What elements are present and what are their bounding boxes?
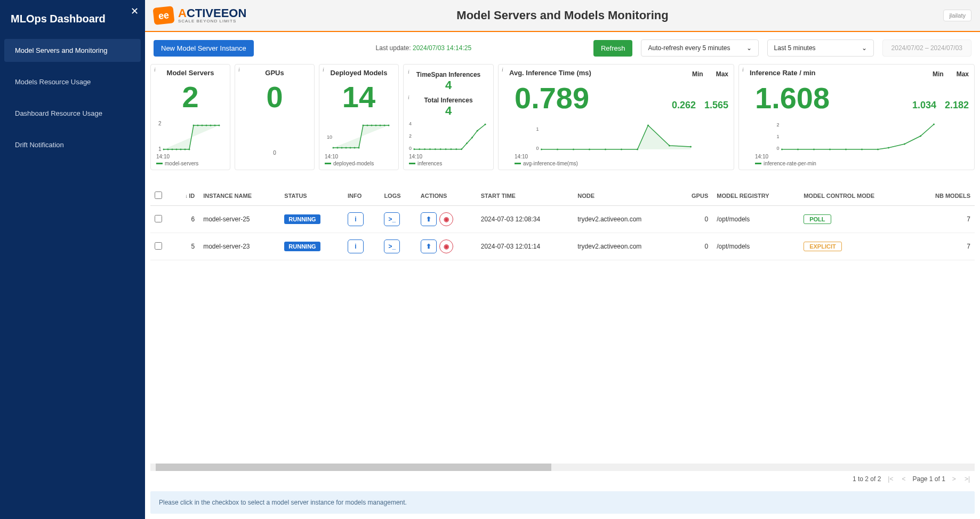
svg-point-65 — [797, 149, 799, 150]
stop-action-icon[interactable]: ◉ — [439, 239, 453, 253]
info-icon[interactable]: i — [154, 67, 156, 73]
card-value: 0.789 — [504, 80, 589, 116]
card-model-servers: i Model Servers 2 2 1 14:10 model-server… — [150, 64, 230, 170]
th-label: NODE — [577, 193, 595, 199]
mode-badge: POLL — [804, 214, 831, 224]
row-checkbox[interactable] — [155, 215, 162, 222]
info-icon[interactable]: i — [408, 69, 409, 75]
sidebar-item-drift-notification[interactable]: Drift Notification — [4, 133, 141, 156]
card-gpus: i GPUs 0 0 — [235, 64, 315, 170]
info-icon[interactable]: i — [238, 67, 240, 73]
time-window-select[interactable]: Last 5 minutes ⌄ — [767, 39, 874, 57]
card-title: GPUs — [240, 69, 309, 77]
pager-prev-icon[interactable]: < — [900, 475, 907, 483]
sidebar-item-models-resource-usage[interactable]: Models Resource Usage — [4, 70, 141, 93]
horizontal-scrollbar[interactable] — [150, 464, 975, 471]
th-label: MODEL REGISTRY — [717, 193, 769, 199]
th-label: ID — [189, 193, 195, 199]
table-row: 6 model-server-25 RUNNING i >_ ⬆ ◉ 2024-… — [150, 206, 975, 233]
logs-action-icon[interactable]: >_ — [384, 239, 400, 253]
svg-point-67 — [829, 149, 831, 150]
refresh-button[interactable]: Refresh — [593, 40, 633, 57]
sidebar-item-label: Dashboard Resource Usage — [15, 109, 102, 117]
brand-name-rest: CTIVEEON — [187, 6, 246, 20]
svg-point-3 — [167, 149, 169, 150]
pager-first-icon[interactable]: |< — [886, 475, 895, 483]
svg-point-69 — [861, 149, 863, 150]
spark-legend: deployed-models — [325, 161, 393, 166]
brand-subtitle: SCALE BEYOND LIMITS — [178, 19, 246, 23]
spark-legend: avg-inference-time(ms) — [504, 161, 728, 166]
info-icon[interactable]: i — [502, 67, 503, 73]
spark-label: 0 — [240, 139, 309, 166]
th-instance-name[interactable]: INSTANCE NAME — [199, 186, 280, 206]
sparkline-inferences: 4 2 0 — [409, 120, 488, 152]
info-action-icon[interactable]: i — [348, 212, 364, 226]
info-icon[interactable]: i — [408, 94, 409, 100]
table-header-row: ↓ID INSTANCE NAME STATUS INFO LOGS ACTIO… — [150, 186, 975, 206]
legend-label: deployed-models — [333, 161, 374, 166]
svg-point-27 — [375, 125, 377, 126]
th-node[interactable]: NODE — [573, 186, 677, 206]
upload-action-icon[interactable]: ⬆ — [421, 212, 437, 226]
svg-point-12 — [206, 125, 207, 126]
th-actions[interactable]: ACTIONS — [416, 186, 477, 206]
th-nb-models[interactable]: NB MODELS — [912, 186, 975, 206]
timespan-label: TimeSpan Inferences — [409, 71, 488, 78]
sparkline-avg-inference: 1 0 — [504, 120, 728, 152]
th-info[interactable]: INFO — [343, 186, 380, 206]
svg-point-23 — [358, 147, 360, 149]
th-id[interactable]: ↓ID — [173, 186, 199, 206]
legend-label: model-servers — [165, 161, 198, 166]
svg-point-70 — [877, 149, 879, 150]
brand-logo-glyph: ee — [158, 10, 170, 22]
svg-point-45 — [471, 137, 473, 138]
stop-action-icon[interactable]: ◉ — [439, 212, 453, 226]
select-all-checkbox[interactable] — [155, 191, 162, 199]
sparkline-model-servers: 2 1 — [156, 120, 224, 152]
card-title: Avg. Inference Time (ms) — [509, 69, 591, 77]
svg-marker-50 — [542, 125, 691, 149]
last-update-label: Last update: — [376, 44, 411, 52]
th-model-control-mode[interactable]: MODEL CONTROL MODE — [799, 186, 912, 206]
svg-point-22 — [354, 147, 356, 149]
info-action-icon[interactable]: i — [348, 239, 364, 253]
th-status[interactable]: STATUS — [280, 186, 343, 206]
svg-point-30 — [388, 125, 390, 126]
status-badge: RUNNING — [284, 242, 320, 251]
logs-action-icon[interactable]: >_ — [384, 212, 400, 226]
svg-text:4: 4 — [409, 121, 412, 126]
info-icon[interactable]: i — [323, 67, 324, 73]
svg-point-6 — [180, 149, 182, 150]
autorefresh-select[interactable]: Auto-refresh every 5 minutes ⌄ — [641, 39, 758, 57]
svg-point-60 — [690, 146, 692, 148]
svg-point-28 — [380, 125, 381, 126]
close-icon[interactable]: ✕ — [131, 5, 139, 17]
card-deployed-models: i Deployed Models 14 10 14:10 deployed-m… — [319, 64, 399, 170]
card-value: 2 — [156, 79, 224, 115]
th-gpus[interactable]: GPUS — [677, 186, 712, 206]
th-logs[interactable]: LOGS — [380, 186, 416, 206]
date-range: 2024/07/02 – 2024/07/03 — [882, 39, 971, 57]
upload-action-icon[interactable]: ⬆ — [421, 239, 437, 253]
sidebar-item-label: Model Servers and Monitoring — [15, 46, 107, 54]
cell-nb-models: 7 — [912, 233, 975, 260]
sidebar-item-dashboard-resource-usage[interactable]: Dashboard Resource Usage — [4, 102, 141, 125]
th-label: MODEL CONTROL MODE — [804, 193, 874, 199]
brand-name-accent: A — [178, 6, 187, 20]
new-model-server-button[interactable]: New Model Server Instance — [154, 40, 254, 57]
th-start-time[interactable]: START TIME — [477, 186, 574, 206]
max-value: 1.565 — [704, 100, 728, 111]
svg-point-74 — [933, 124, 935, 125]
svg-point-71 — [888, 147, 889, 149]
user-menu[interactable]: jlailaty — [943, 10, 971, 21]
pager-next-icon[interactable]: > — [951, 475, 958, 483]
sidebar-item-modelservers[interactable]: Model Servers and Monitoring — [4, 39, 141, 62]
cell-id: 6 — [173, 206, 199, 233]
pager-page: Page 1 of 1 — [912, 475, 945, 483]
svg-point-56 — [621, 149, 622, 150]
pager-last-icon[interactable]: >| — [963, 475, 971, 483]
info-icon[interactable]: i — [742, 67, 744, 73]
row-checkbox[interactable] — [155, 242, 162, 250]
th-model-registry[interactable]: MODEL REGISTRY — [712, 186, 799, 206]
